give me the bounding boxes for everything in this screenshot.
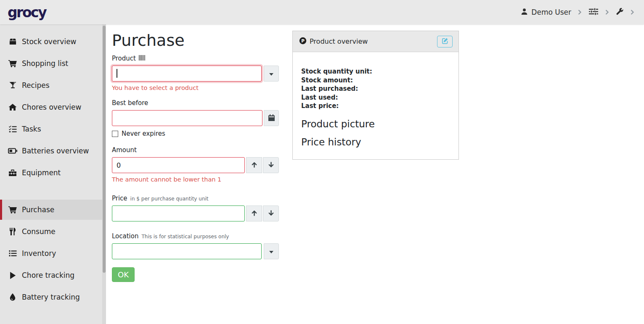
cart-icon xyxy=(8,206,17,213)
droplet-icon xyxy=(8,293,17,301)
location-dropdown-button[interactable] xyxy=(264,243,279,259)
user-name-label: Demo User xyxy=(531,8,571,16)
calendar-button[interactable] xyxy=(264,110,279,126)
sidebar-item-stock-overview[interactable]: Stock overview xyxy=(0,32,106,52)
last-price-field: Last price: xyxy=(301,102,450,111)
app-logo[interactable]: grocy xyxy=(8,4,46,21)
sidebar-item-inventory[interactable]: Inventory xyxy=(0,243,106,263)
never-expires-checkbox[interactable] xyxy=(112,131,118,137)
play-icon xyxy=(8,272,17,279)
chevron-right-icon xyxy=(605,9,610,15)
caret-down-icon xyxy=(269,248,273,255)
sidebar-item-equipment[interactable]: Equipment xyxy=(0,163,106,183)
wrench-icon xyxy=(616,8,624,17)
amount-error: The amount cannot be lower than 1 xyxy=(112,176,279,183)
amount-increment-button[interactable] xyxy=(246,157,262,173)
sidebar-item-chore-tracking[interactable]: Chore tracking xyxy=(0,265,106,285)
sidebar-item-purchase[interactable]: Purchase xyxy=(0,200,106,220)
price-increment-button[interactable] xyxy=(246,205,262,221)
cart-icon xyxy=(8,60,17,67)
sidebar: Stock overview Shopping list Recipes Cho… xyxy=(0,24,106,324)
settings-menu[interactable] xyxy=(588,8,599,17)
sidebar-item-label: Tasks xyxy=(22,125,41,133)
purchase-form: Purchase Product xyxy=(112,24,279,282)
price-label: Price xyxy=(112,195,127,202)
sidebar-item-label: Battery tracking xyxy=(22,293,80,301)
box-icon xyxy=(8,38,17,45)
card-title-label: Product overview xyxy=(310,37,368,45)
toolbox-icon xyxy=(8,169,17,176)
list-icon xyxy=(8,250,17,257)
sidebar-item-battery-tracking[interactable]: Battery tracking xyxy=(0,287,106,307)
price-history-heading: Price history xyxy=(301,137,450,148)
text-cursor xyxy=(117,69,117,78)
location-input[interactable] xyxy=(112,243,262,259)
tasks-icon xyxy=(8,126,17,133)
best-before-input[interactable] xyxy=(112,110,262,126)
product-picture-heading: Product picture xyxy=(301,119,450,129)
sidebar-scrollbar-thumb[interactable] xyxy=(103,26,106,273)
best-before-label: Best before xyxy=(112,99,148,107)
sidebar-scrollbar[interactable] xyxy=(102,24,106,324)
edit-product-button[interactable] xyxy=(437,36,453,47)
user-menu[interactable]: Demo User xyxy=(521,8,571,17)
last-purchased-field: Last purchased: xyxy=(301,84,450,93)
sidebar-item-label: Shopping list xyxy=(22,59,68,68)
sidebar-item-recipes[interactable]: Recipes xyxy=(0,75,106,95)
product-overview-card: P Product overview Stock quantity unit: … xyxy=(292,31,459,160)
page-title: Purchase xyxy=(112,31,279,50)
price-input[interactable] xyxy=(112,205,245,221)
arrow-down-icon xyxy=(268,161,274,169)
sliders-icon xyxy=(588,8,599,17)
product-icon-letter: P xyxy=(301,38,305,43)
chevron-right-icon xyxy=(578,9,582,15)
amount-input[interactable] xyxy=(112,157,245,173)
sidebar-item-label: Purchase xyxy=(22,205,54,214)
product-input[interactable] xyxy=(112,66,262,82)
sidebar-item-label: Batteries overview xyxy=(22,147,89,155)
barcode-icon xyxy=(139,55,145,62)
stock-amount-field: Stock amount: xyxy=(301,76,450,85)
sidebar-item-label: Recipes xyxy=(22,81,50,90)
last-used-field: Last used: xyxy=(301,93,450,102)
sidebar-item-label: Stock overview xyxy=(22,37,77,46)
amount-label: Amount xyxy=(112,146,137,154)
ok-button[interactable]: OK xyxy=(112,267,135,282)
topbar: grocy Demo User xyxy=(0,0,644,24)
sidebar-item-batteries-overview[interactable]: Batteries overview xyxy=(0,141,106,161)
caret-down-icon xyxy=(269,71,273,77)
sidebar-item-tasks[interactable]: Tasks xyxy=(0,119,106,139)
sidebar-item-shopping-list[interactable]: Shopping list xyxy=(0,53,106,74)
product-circle-icon: P xyxy=(299,37,307,46)
product-dropdown-button[interactable] xyxy=(264,66,279,82)
home-icon xyxy=(8,103,17,111)
price-hint: in $ per purchase quantity unit xyxy=(130,196,209,202)
admin-tools-menu[interactable] xyxy=(616,8,624,17)
location-label: Location xyxy=(112,232,138,240)
utensils-icon xyxy=(8,228,17,235)
sidebar-item-consume[interactable]: Consume xyxy=(0,221,106,242)
location-hint: This is for statistical purposes only xyxy=(141,234,229,240)
topbar-menu: Demo User xyxy=(521,8,635,17)
battery-icon xyxy=(8,148,17,154)
sidebar-item-chores-overview[interactable]: Chores overview xyxy=(0,97,106,117)
sidebar-item-label: Chore tracking xyxy=(22,271,74,279)
arrow-up-icon xyxy=(251,161,257,169)
cocktail-icon xyxy=(8,82,17,89)
product-label: Product xyxy=(112,55,136,62)
never-expires-label: Never expires xyxy=(122,130,165,137)
chevron-right-icon xyxy=(630,9,635,15)
edit-pencil-icon xyxy=(442,37,448,45)
price-decrement-button[interactable] xyxy=(263,205,279,221)
sidebar-item-label: Chores overview xyxy=(22,103,81,111)
card-body: Stock quantity unit: Stock amount: Last … xyxy=(293,52,458,159)
calendar-icon xyxy=(268,114,275,122)
user-icon xyxy=(521,8,528,17)
arrow-down-icon xyxy=(268,210,274,218)
sidebar-item-label: Equipment xyxy=(22,169,61,177)
sidebar-item-label: Consume xyxy=(22,227,56,236)
arrow-up-icon xyxy=(251,210,257,218)
sidebar-section-divider xyxy=(0,184,106,198)
amount-decrement-button[interactable] xyxy=(263,157,279,173)
main-content: Purchase Product xyxy=(106,24,644,324)
